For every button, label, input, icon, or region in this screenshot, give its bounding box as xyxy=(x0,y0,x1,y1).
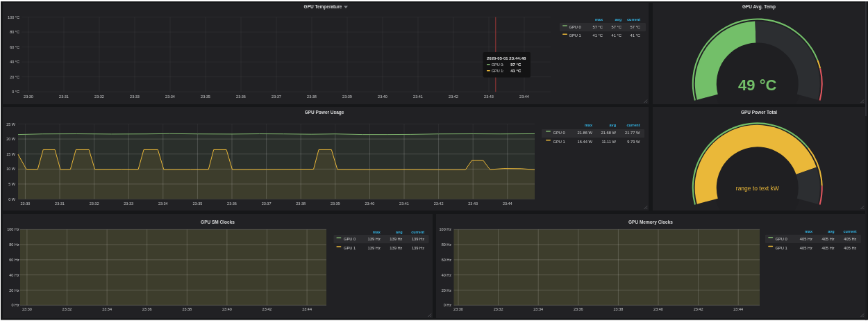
svg-text:23:32: 23:32 xyxy=(62,307,72,311)
svg-text:9.79 W: 9.79 W xyxy=(627,140,640,144)
svg-text:23:34: 23:34 xyxy=(158,201,168,206)
svg-text:23:40: 23:40 xyxy=(653,307,663,311)
svg-text:23:42: 23:42 xyxy=(449,94,458,99)
svg-text:23:30: 23:30 xyxy=(453,307,463,311)
svg-text:23:38: 23:38 xyxy=(307,94,317,99)
svg-text:GPU Avg. Temp: GPU Avg. Temp xyxy=(742,4,776,10)
svg-text:GPU 1: GPU 1 xyxy=(776,246,787,250)
svg-text:20 W: 20 W xyxy=(6,137,16,141)
svg-text:23:41: 23:41 xyxy=(399,201,409,206)
svg-text:15 W: 15 W xyxy=(6,152,16,156)
svg-text:max: max xyxy=(805,229,813,233)
svg-text:23:36: 23:36 xyxy=(227,201,237,206)
svg-text:23:32: 23:32 xyxy=(494,307,503,311)
svg-text:41 °C: 41 °C xyxy=(612,33,621,38)
svg-text:49 °C: 49 °C xyxy=(738,76,776,94)
svg-text:60 Hz: 60 Hz xyxy=(442,258,452,262)
svg-text:41 °C: 41 °C xyxy=(631,33,640,38)
svg-text:41 °C: 41 °C xyxy=(593,33,603,38)
svg-text:20 Hz: 20 Hz xyxy=(442,288,452,293)
svg-text:GPU 0: GPU 0 xyxy=(553,131,565,135)
svg-text:16.44 W: 16.44 W xyxy=(578,140,593,144)
svg-text:60 °C: 60 °C xyxy=(10,45,19,49)
svg-text:100 Hz: 100 Hz xyxy=(440,227,452,231)
svg-text:57 °C: 57 °C xyxy=(593,25,603,29)
svg-text:23:40: 23:40 xyxy=(378,94,387,99)
svg-text:current: current xyxy=(411,230,424,234)
svg-text:20 °C: 20 °C xyxy=(10,75,19,79)
svg-text:max: max xyxy=(595,17,603,22)
svg-text:40 Hz: 40 Hz xyxy=(9,273,19,277)
svg-text:GPU 0:: GPU 0: xyxy=(492,63,505,67)
svg-text:GPU 0: GPU 0 xyxy=(776,237,787,241)
svg-text:23:38: 23:38 xyxy=(614,307,624,311)
svg-text:23:42: 23:42 xyxy=(434,201,444,206)
svg-text:GPU 1: GPU 1 xyxy=(553,140,565,144)
svg-text:57 °C: 57 °C xyxy=(612,25,621,29)
svg-text:23:43: 23:43 xyxy=(468,201,478,206)
svg-text:current: current xyxy=(627,17,640,22)
svg-text:range to text kW: range to text kW xyxy=(736,185,779,192)
svg-text:23:38: 23:38 xyxy=(182,307,192,311)
svg-text:23:36: 23:36 xyxy=(236,94,246,99)
svg-text:5 W: 5 W xyxy=(8,182,16,186)
svg-text:23:34: 23:34 xyxy=(102,307,112,311)
svg-text:41 °C: 41 °C xyxy=(510,69,521,73)
svg-text:GPU 1: GPU 1 xyxy=(344,246,356,250)
svg-text:405 Hz: 405 Hz xyxy=(844,246,856,250)
svg-text:GPU 0: GPU 0 xyxy=(344,237,356,241)
svg-text:GPU Memory Clocks: GPU Memory Clocks xyxy=(628,220,673,225)
svg-text:23:30: 23:30 xyxy=(21,201,31,206)
svg-text:40 °C: 40 °C xyxy=(10,60,19,64)
svg-text:20 Hz: 20 Hz xyxy=(9,288,19,293)
svg-text:21.68 W: 21.68 W xyxy=(601,131,617,135)
svg-text:100 Hz: 100 Hz xyxy=(7,227,19,231)
svg-text:23:30: 23:30 xyxy=(22,307,32,311)
svg-text:GPU 1:: GPU 1: xyxy=(492,69,505,73)
svg-text:60 Hz: 60 Hz xyxy=(9,258,19,262)
svg-text:80 Hz: 80 Hz xyxy=(9,242,19,247)
svg-text:23:38: 23:38 xyxy=(296,201,306,206)
svg-text:23:39: 23:39 xyxy=(342,94,352,99)
svg-text:23:44: 23:44 xyxy=(733,307,743,311)
svg-text:23:36: 23:36 xyxy=(142,307,152,311)
svg-text:139 Hz: 139 Hz xyxy=(412,237,424,241)
svg-text:23:39: 23:39 xyxy=(331,201,340,206)
svg-text:23:41: 23:41 xyxy=(413,94,423,99)
svg-text:23:32: 23:32 xyxy=(94,94,104,99)
svg-text:0 W: 0 W xyxy=(8,197,16,201)
svg-text:23:44: 23:44 xyxy=(503,201,512,206)
svg-text:25 W: 25 W xyxy=(6,122,16,126)
svg-text:avg: avg xyxy=(615,17,621,22)
svg-text:405 Hz: 405 Hz xyxy=(800,246,812,250)
svg-text:23:37: 23:37 xyxy=(272,94,281,99)
svg-text:23:31: 23:31 xyxy=(55,201,65,206)
svg-text:max: max xyxy=(373,230,381,234)
svg-text:23:42: 23:42 xyxy=(694,307,703,311)
svg-text:GPU Power Total: GPU Power Total xyxy=(741,110,777,115)
svg-text:139 Hz: 139 Hz xyxy=(390,246,402,250)
svg-text:139 Hz: 139 Hz xyxy=(368,237,381,241)
svg-text:GPU SM Clocks: GPU SM Clocks xyxy=(201,220,235,224)
svg-text:23:30: 23:30 xyxy=(24,94,33,99)
svg-text:80 °C: 80 °C xyxy=(10,30,19,34)
svg-text:2020-05-01 23:44:48: 2020-05-01 23:44:48 xyxy=(487,56,526,60)
svg-text:current: current xyxy=(844,229,857,233)
svg-text:23:44: 23:44 xyxy=(519,94,529,99)
svg-text:23:33: 23:33 xyxy=(124,201,133,206)
svg-text:139 Hz: 139 Hz xyxy=(390,237,402,241)
svg-text:23:40: 23:40 xyxy=(222,307,232,311)
svg-text:GPU Power Usage: GPU Power Usage xyxy=(305,110,344,115)
svg-text:current: current xyxy=(627,123,640,127)
svg-text:57 °C: 57 °C xyxy=(510,63,521,67)
svg-text:23:32: 23:32 xyxy=(90,201,99,206)
svg-text:avg: avg xyxy=(828,229,834,233)
svg-text:139 Hz: 139 Hz xyxy=(412,246,424,250)
svg-text:40 Hz: 40 Hz xyxy=(442,273,452,277)
svg-text:405 Hz: 405 Hz xyxy=(800,237,812,241)
svg-text:23:43: 23:43 xyxy=(484,94,494,99)
svg-text:GPU Temperature: GPU Temperature xyxy=(304,4,342,10)
svg-text:avg: avg xyxy=(396,230,402,234)
svg-text:80 Hz: 80 Hz xyxy=(442,242,452,247)
svg-text:10 W: 10 W xyxy=(6,167,16,171)
